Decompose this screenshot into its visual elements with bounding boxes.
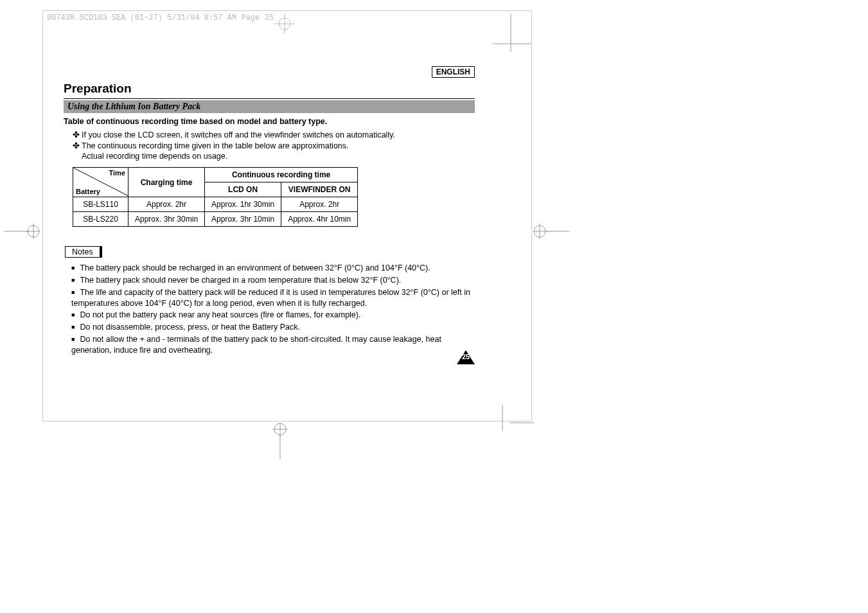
crop-mark-icon	[533, 221, 569, 242]
list-item: The life and capacity of the battery pac…	[71, 287, 475, 308]
list-item: The battery pack should never be charged…	[71, 275, 475, 286]
table-row: SB-LS220 Approx. 3hr 30min Approx. 3hr 1…	[73, 212, 358, 227]
crop-mark-icon	[496, 405, 535, 443]
subsection-heading: Table of continuous recording time based…	[64, 117, 475, 126]
table-header: Charging time	[128, 168, 205, 197]
imposition-header: 00743R SCD103 SEA (01~27) 5/31/04 8:57 A…	[47, 13, 274, 22]
crop-mark-icon	[270, 423, 290, 459]
table-header: Continuous recording time	[205, 168, 358, 182]
notes-list: The battery pack should be recharged in …	[71, 263, 475, 355]
page-frame: 00743R SCD103 SEA (01~27) 5/31/04 8:57 A…	[42, 10, 532, 422]
page-content: ENGLISH Preparation Using the Lithium Io…	[64, 67, 475, 357]
page-title: Preparation	[64, 82, 475, 96]
list-item: Do not allow the + and - terminals of th…	[71, 334, 475, 355]
list-item: The battery pack should be recharged in …	[71, 263, 475, 274]
recording-time-table: Time Battery Charging time Continuous re…	[73, 167, 358, 227]
language-badge: ENGLISH	[432, 66, 475, 78]
intro-list: ✤If you close the LCD screen, it switche…	[73, 130, 475, 161]
list-item: ✤If you close the LCD screen, it switche…	[73, 130, 475, 139]
divider	[64, 98, 475, 99]
page-number-badge: 25	[457, 350, 475, 364]
list-item: Do not put the battery pack near any hea…	[71, 310, 475, 321]
crop-mark-icon	[274, 13, 295, 34]
list-item: ✤The continuous recording time given in …	[73, 141, 475, 150]
list-item: Do not disassemble, process, press, or h…	[71, 322, 475, 333]
crop-mark-icon	[4, 221, 40, 242]
table-row: SB-LS110 Approx. 2hr Approx. 1hr 30min A…	[73, 197, 358, 212]
crop-mark-icon	[493, 40, 531, 47]
table-header: VIEWFINDER ON	[281, 182, 358, 197]
table-header: LCD ON	[205, 182, 281, 197]
section-heading: Using the Lithium Ion Battery Pack	[64, 100, 475, 113]
notes-label: Notes	[65, 246, 102, 258]
table-corner: Time Battery	[73, 168, 128, 197]
list-item: Actual recording time depends on usage.	[82, 152, 475, 161]
